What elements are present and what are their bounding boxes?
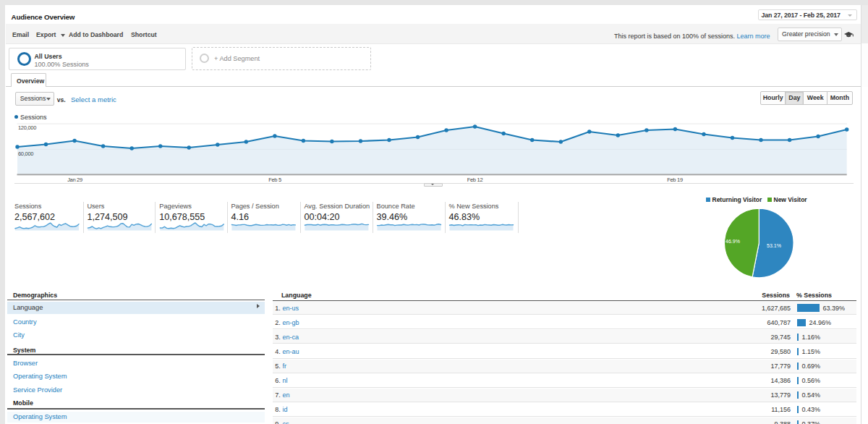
- svg-text:46.9%: 46.9%: [726, 239, 740, 244]
- svg-text:53.1%: 53.1%: [767, 243, 781, 248]
